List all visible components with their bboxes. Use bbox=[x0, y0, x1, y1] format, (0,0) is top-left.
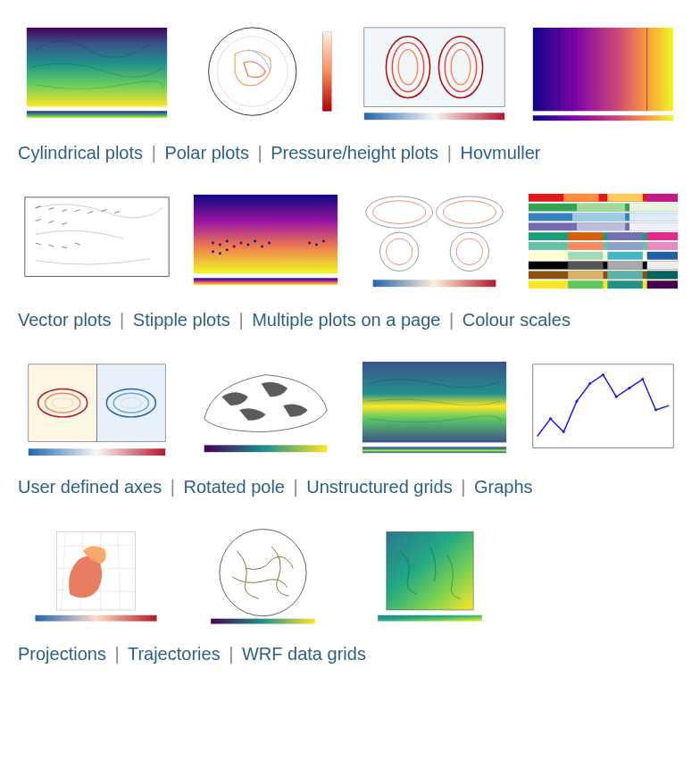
svg-point-37 bbox=[226, 240, 229, 243]
svg-point-49 bbox=[322, 240, 325, 243]
thumb-pressure-height[interactable] bbox=[355, 18, 513, 134]
svg-rect-131 bbox=[378, 615, 482, 622]
thumb-rotated-pole[interactable] bbox=[187, 352, 345, 468]
multiple-plots-icon bbox=[355, 185, 513, 301]
svg-rect-74 bbox=[568, 232, 603, 240]
svg-rect-91 bbox=[607, 271, 642, 279]
svg-point-116 bbox=[629, 387, 631, 389]
graph-icon bbox=[524, 352, 682, 468]
svg-rect-18 bbox=[533, 115, 673, 121]
svg-rect-14 bbox=[533, 28, 673, 111]
svg-rect-109 bbox=[533, 364, 673, 447]
svg-rect-79 bbox=[607, 242, 642, 250]
svg-point-110 bbox=[549, 417, 552, 420]
link-trajectories[interactable]: Trajectories bbox=[128, 644, 221, 664]
svg-point-128 bbox=[220, 530, 306, 616]
separator: | bbox=[449, 310, 454, 330]
pressure-plot-icon bbox=[355, 18, 513, 134]
svg-rect-130 bbox=[387, 531, 473, 610]
link-multiple[interactable]: Multiple plots on a page bbox=[252, 310, 440, 330]
thumb-projections[interactable] bbox=[18, 519, 174, 635]
stipple-plot-icon bbox=[187, 185, 345, 301]
link-wrf[interactable]: WRF data grids bbox=[242, 644, 366, 664]
svg-rect-72 bbox=[629, 222, 678, 230]
svg-rect-84 bbox=[647, 252, 678, 260]
polar-plot-icon bbox=[187, 18, 345, 134]
svg-point-48 bbox=[315, 243, 318, 246]
svg-rect-108 bbox=[362, 447, 506, 453]
svg-rect-13 bbox=[364, 113, 504, 120]
separator: | bbox=[115, 644, 120, 664]
projections-icon bbox=[18, 519, 174, 635]
svg-rect-92 bbox=[647, 271, 678, 279]
thumb-polar[interactable] bbox=[187, 18, 345, 134]
link-polar[interactable]: Polar plots bbox=[164, 143, 249, 163]
svg-rect-82 bbox=[568, 252, 603, 260]
thumb-vector[interactable] bbox=[18, 185, 176, 301]
thumb-row-2 bbox=[18, 185, 682, 301]
links-row-2: Vector plots | Stipple plots | Multiple … bbox=[18, 310, 682, 330]
vector-plot-icon bbox=[18, 185, 176, 301]
separator: | bbox=[447, 143, 452, 163]
svg-rect-83 bbox=[607, 252, 642, 260]
svg-rect-76 bbox=[647, 232, 678, 240]
link-rotated-pole[interactable]: Rotated pole bbox=[184, 477, 285, 497]
link-user-axes[interactable]: User defined axes bbox=[18, 477, 162, 497]
thumb-multiple[interactable] bbox=[355, 185, 513, 301]
svg-rect-127 bbox=[35, 615, 156, 622]
svg-point-118 bbox=[654, 409, 657, 412]
svg-point-44 bbox=[212, 250, 214, 253]
separator: | bbox=[229, 644, 233, 664]
separator: | bbox=[120, 310, 124, 330]
link-pressure-height[interactable]: Pressure/height plots bbox=[271, 143, 438, 163]
svg-rect-62 bbox=[607, 194, 642, 202]
rotated-pole-icon bbox=[187, 352, 345, 468]
svg-point-114 bbox=[602, 373, 604, 376]
thumb-user-axes[interactable] bbox=[18, 352, 176, 468]
thumb-hovmuller[interactable] bbox=[524, 18, 682, 134]
unstructured-icon bbox=[355, 352, 513, 468]
thumb-stipple[interactable] bbox=[187, 185, 345, 301]
svg-point-46 bbox=[226, 248, 229, 251]
thumb-colour-scales[interactable] bbox=[524, 185, 682, 301]
svg-rect-0 bbox=[27, 28, 167, 107]
link-cylindrical[interactable]: Cylindrical plots bbox=[18, 143, 143, 163]
separator: | bbox=[152, 143, 156, 163]
svg-rect-86 bbox=[568, 262, 603, 270]
svg-rect-105 bbox=[29, 448, 165, 456]
svg-point-35 bbox=[212, 242, 214, 245]
svg-rect-61 bbox=[563, 194, 598, 202]
link-colour-scales[interactable]: Colour scales bbox=[462, 310, 571, 330]
svg-point-36 bbox=[219, 243, 221, 246]
link-hovmuller[interactable]: Hovmuller bbox=[460, 143, 540, 163]
svg-rect-34 bbox=[194, 195, 338, 273]
svg-point-40 bbox=[246, 243, 249, 246]
svg-rect-96 bbox=[647, 280, 678, 288]
svg-rect-1 bbox=[27, 111, 167, 118]
colour-scales-icon bbox=[524, 185, 682, 301]
thumb-row-1 bbox=[18, 18, 682, 134]
svg-point-39 bbox=[239, 242, 242, 245]
svg-rect-59 bbox=[373, 280, 496, 287]
separator: | bbox=[461, 477, 465, 497]
link-graphs[interactable]: Graphs bbox=[474, 477, 533, 497]
link-unstructured[interactable]: Unstructured grids bbox=[306, 477, 452, 497]
svg-point-47 bbox=[308, 242, 311, 245]
links-row-1: Cylindrical plots | Polar plots | Pressu… bbox=[18, 143, 682, 163]
thumb-trajectories[interactable] bbox=[185, 519, 341, 635]
svg-point-45 bbox=[219, 252, 221, 255]
svg-point-42 bbox=[261, 245, 263, 247]
svg-rect-90 bbox=[568, 271, 603, 279]
svg-rect-80 bbox=[647, 242, 678, 250]
link-projections[interactable]: Projections bbox=[18, 644, 106, 664]
thumb-cylindrical[interactable] bbox=[18, 18, 176, 134]
svg-point-2 bbox=[209, 28, 296, 115]
link-vector[interactable]: Vector plots bbox=[18, 310, 112, 330]
thumb-wrf[interactable] bbox=[352, 519, 508, 635]
thumb-unstructured[interactable] bbox=[355, 352, 513, 468]
thumb-graphs[interactable] bbox=[524, 352, 682, 468]
svg-point-112 bbox=[576, 400, 579, 403]
svg-rect-78 bbox=[568, 242, 603, 250]
svg-rect-65 bbox=[577, 204, 625, 212]
link-stipple[interactable]: Stipple plots bbox=[133, 310, 230, 330]
